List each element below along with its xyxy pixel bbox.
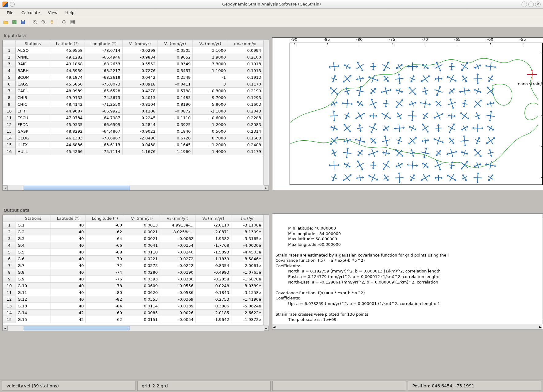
strain-cross (406, 147, 419, 159)
strain-cross (419, 97, 431, 110)
svg-line-688 (438, 76, 439, 82)
table-row[interactable]: 5G.540-680.0118-0.0240-1.5093-4.4503e (3, 249, 263, 256)
output-scroll-v[interactable] (263, 215, 269, 325)
table-row[interactable]: 7CAPL48.0939-65.6528-0.42780.5788-0.3000… (3, 88, 263, 94)
table-row[interactable]: 16HULL45.4266-75.71141.1676-1.19601.4000… (3, 148, 263, 155)
strain-cross (393, 159, 405, 171)
strain-cross (380, 110, 392, 122)
menu-help[interactable]: Help (62, 9, 78, 16)
table-row[interactable]: 9G.940-760.0393-0.0330-0.2058-1.6070e (3, 276, 263, 283)
minimize-button[interactable]: ˅ (522, 2, 527, 7)
col-header[interactable] (3, 215, 16, 222)
table-row[interactable]: 1ALGO45.9558-78.0714-0.0298-0.05033.1000… (3, 47, 263, 54)
input-table[interactable]: StationsLatitude (°)Longitude (°)Vₙ (mm/… (2, 40, 269, 191)
save-icon[interactable] (19, 18, 27, 26)
col-header[interactable]: Longitude (°) (85, 40, 122, 47)
strain-cross (367, 147, 379, 159)
table-row[interactable]: 3BAIE49.1868-68.2633-0.55520.83493.30000… (3, 61, 263, 67)
col-header[interactable]: ε̇ₙₙ (/yr (231, 215, 263, 222)
log-scroll-h[interactable]: ◄► (272, 324, 542, 329)
svg-line-460 (451, 113, 452, 119)
table-row[interactable]: 2G.240-620.0021-8.0258e...-2.0371-3.1309… (3, 229, 263, 235)
table-row[interactable]: 15HLFX44.6836-63.61130.0438-0.1645-1.200… (3, 142, 263, 148)
zoom-in-icon[interactable] (31, 18, 39, 26)
map-plot[interactable]: nano strain/yr -90-85-80-75-70-65-60-556… (272, 37, 543, 190)
table-row[interactable]: 4G.440-660.0041-0.0154-1.7768-4.0030e (3, 242, 263, 249)
input-scroll-h[interactable]: ◄► (3, 185, 269, 190)
maximize-button[interactable]: ˄ (528, 2, 534, 7)
svg-line-490 (347, 99, 347, 108)
svg-line-718 (334, 62, 334, 70)
strain-cross (354, 73, 366, 85)
col-header[interactable]: Stations (16, 215, 51, 222)
strain-cross (458, 135, 471, 147)
strain-cross (419, 110, 431, 122)
col-header[interactable]: Latitude (°) (51, 215, 86, 222)
strain-cross (367, 159, 379, 171)
table-row[interactable]: 13GASP48.8292-64.4867-0.90220.18400.5000… (3, 128, 263, 135)
col-header[interactable]: Vᵤ (mm/yr) (193, 40, 228, 47)
table-row[interactable]: 13G.1340-840.0114-0.01390.3086-5.0624e (3, 303, 263, 310)
strain-cross (472, 97, 484, 110)
svg-line-496 (359, 101, 362, 106)
bookmark-icon[interactable] (10, 18, 18, 26)
strain-cross (367, 135, 379, 147)
strain-cross (432, 110, 445, 122)
log-output[interactable]: Min latitude: 40.000000 Min longitude: -… (272, 213, 543, 330)
table-row[interactable]: 12FRDN45.9335-66.65990.2844-0.39251.2000… (3, 121, 263, 128)
table-row[interactable]: 10EPRT44.9087-66.99210.1208-0.0872-1.100… (3, 108, 263, 115)
strain-cross (419, 60, 431, 73)
table-row[interactable]: 8G.840-740.0280-0.0190-0.4993-1.0763e (3, 269, 263, 276)
table-row[interactable]: 15G.1542-620.0151-0.0054-1.9642-1.9872e (3, 316, 263, 323)
col-header[interactable]: Vₙ (mm/yr) (124, 215, 160, 222)
svg-line-376 (435, 128, 441, 128)
table-row[interactable]: 7G.740-720.0273-0.0222-0.8354-2.0061e (3, 262, 263, 269)
output-table[interactable]: StationsLatitude (°)Longitude (°)Vₙ (mm/… (2, 215, 269, 331)
svg-line-676 (410, 78, 415, 80)
move-icon[interactable] (60, 18, 68, 26)
menu-view[interactable]: View (44, 9, 61, 16)
open-file-icon[interactable] (2, 18, 10, 26)
table-row[interactable]: 6G.640-700.0221-0.0272-1.1839-3.5846e (3, 256, 263, 262)
table-row[interactable]: 2ANNE49.1282-66.4946-0.98340.96521.90000… (3, 54, 263, 61)
table-row[interactable]: 11ESCU47.0734-64.79870.2245-0.1110-0.600… (3, 115, 263, 121)
table-row[interactable]: 11G.1140-800.0620-0.05860.1843-3.1358e (3, 289, 263, 296)
menu-file[interactable]: File (3, 9, 17, 16)
col-header[interactable]: Vₑ (mm/yr) (160, 215, 196, 222)
strain-cross (380, 135, 392, 147)
col-header[interactable] (3, 40, 16, 47)
table-row[interactable]: 9CHIC48.4142-71.2550-0.81040.81905.80000… (3, 101, 263, 108)
table-row[interactable]: 14G.1442-600.00850.0026-2.0185-2.6622e (3, 310, 263, 316)
table-row[interactable]: 8CHIB49.9133-74.3673-0.40130.14839.70000… (3, 94, 263, 101)
strain-cross (458, 60, 471, 73)
table-row[interactable]: 3G.340-640.0021-0.0062-1.9582-3.3165e (3, 235, 263, 242)
col-header[interactable]: Vₑ (mm/yr) (158, 40, 193, 47)
table-row[interactable]: 4BARH44.3950-68.22170.72760.5457-1.10000… (3, 67, 263, 74)
zoom-out-icon[interactable] (40, 18, 47, 26)
col-header[interactable]: Stations (16, 40, 50, 47)
col-header[interactable]: Latitude (°) (50, 40, 85, 47)
close-button[interactable]: × (535, 2, 541, 7)
menu-calculate[interactable]: Calculate (18, 9, 44, 16)
svg-line-448 (423, 114, 428, 118)
col-header[interactable]: Vᵤ (mm/yr) (196, 215, 231, 222)
table-row[interactable]: 5BCOM49.1874-68.26180.04420.2349-10.1913 (3, 74, 263, 81)
table-row[interactable]: 12G.1240-820.0353-0.03690.2753-1.4190e (3, 296, 263, 303)
col-header[interactable]: σVₙ (mm/yr (228, 40, 263, 47)
output-scroll-h[interactable]: ◄► (3, 325, 269, 331)
strain-cross (393, 73, 405, 85)
col-header[interactable]: Longitude (°) (86, 215, 124, 222)
strain-cross (341, 122, 353, 134)
table-row[interactable]: 14GEOG46.1303-70.6867-2.04800.67200.7000… (3, 135, 263, 142)
pan-icon[interactable] (48, 18, 56, 26)
svg-line-412 (344, 114, 350, 117)
col-header[interactable]: Vₙ (mm/yr) (122, 40, 158, 47)
table-row[interactable]: 6CAGS45.5850-75.8073-0.0918-0.041130.117… (3, 81, 263, 88)
x-tick-label: -90 (291, 37, 297, 42)
input-scroll-v[interactable] (263, 40, 269, 185)
strain-cross (393, 97, 405, 110)
table-row[interactable]: 10G.1040-780.0609-0.05560.0248-3.0389e (3, 283, 263, 289)
svg-line-286 (410, 137, 415, 144)
grid-icon[interactable] (69, 18, 77, 26)
table-row[interactable]: 1G.140-600.00134.9913e-...-2.0110-3.1108… (3, 222, 263, 229)
